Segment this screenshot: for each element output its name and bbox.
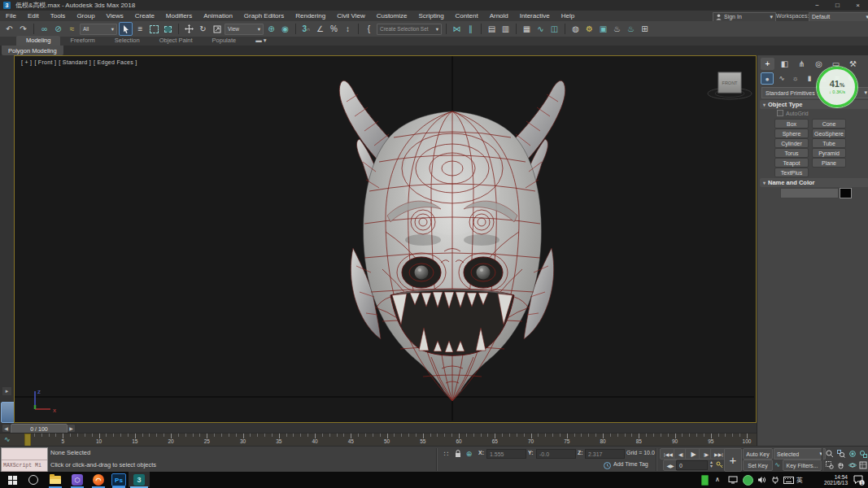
name-color-rollout-header[interactable]: ▾ Name and Color bbox=[760, 178, 868, 187]
track-bar[interactable]: ∿ 05101520253035404550556065707580859095… bbox=[0, 433, 757, 447]
selection-filter-dropdown[interactable]: All ▾ bbox=[80, 24, 117, 35]
category-shapes[interactable]: ∿ bbox=[776, 72, 787, 83]
named-selection-set-dropdown[interactable]: Create Selection Set ▾ bbox=[377, 24, 442, 35]
menu-animation[interactable]: Animation bbox=[198, 12, 238, 20]
select-link-button[interactable]: ∞ bbox=[38, 23, 50, 35]
menu-file[interactable]: File bbox=[0, 12, 22, 20]
curve-editor-button[interactable]: ∿ bbox=[534, 23, 547, 35]
close-button[interactable]: × bbox=[848, 0, 868, 11]
autogrid-checkbox[interactable]: AutoGrid bbox=[777, 110, 809, 116]
zoom-extents-button[interactable] bbox=[847, 449, 857, 459]
zoom-region-button[interactable] bbox=[824, 460, 835, 470]
time-slider-prev-button[interactable]: ◀ bbox=[2, 425, 10, 432]
render-production-button[interactable]: ♨ bbox=[611, 23, 623, 35]
undo-button[interactable]: ↶ bbox=[3, 23, 15, 35]
set-key-button[interactable]: Set Key bbox=[743, 460, 773, 471]
mirror-button[interactable]: ⋈ bbox=[451, 23, 463, 35]
pan-view-button[interactable] bbox=[835, 460, 846, 470]
maximize-viewport-toggle[interactable] bbox=[857, 460, 868, 470]
file-explorer-button[interactable] bbox=[47, 473, 63, 486]
start-button[interactable] bbox=[4, 473, 20, 486]
select-object-button[interactable] bbox=[119, 22, 133, 36]
touch-keyboard-tray-icon[interactable] bbox=[780, 473, 796, 486]
select-by-name-button[interactable]: ≡ bbox=[134, 23, 146, 35]
ribbon-tab-modeling[interactable]: Modeling bbox=[16, 36, 60, 46]
menu-interactive[interactable]: Interactive bbox=[514, 12, 556, 20]
reference-coordinate-dropdown[interactable]: View ▾ bbox=[225, 24, 264, 35]
ribbon-config-button[interactable]: ▬ ▾ bbox=[246, 36, 276, 46]
zoom-button[interactable] bbox=[824, 449, 835, 459]
viewport-menu-general[interactable]: [ + ] bbox=[21, 59, 32, 65]
material-editor-button[interactable]: ◍ bbox=[569, 23, 582, 35]
ime-indicator[interactable]: 英 bbox=[796, 476, 803, 485]
taskbar-clock[interactable]: 14:54 2021/6/13 bbox=[812, 474, 848, 486]
object-name-field[interactable] bbox=[780, 188, 839, 198]
button-plane[interactable]: Plane bbox=[812, 158, 846, 168]
redo-button[interactable]: ↷ bbox=[17, 23, 29, 35]
key-filter-selection-dropdown[interactable]: Selected ▾ bbox=[774, 448, 826, 460]
select-place-button[interactable]: ◉ bbox=[279, 23, 291, 35]
select-move-button[interactable] bbox=[183, 23, 195, 35]
restore-button[interactable]: □ bbox=[827, 0, 848, 11]
menu-customize[interactable]: Customize bbox=[371, 12, 413, 20]
button-sphere[interactable]: Sphere bbox=[774, 129, 809, 138]
search-button[interactable] bbox=[25, 473, 41, 486]
menu-content[interactable]: Content bbox=[450, 12, 484, 20]
toggle-layer-explorer-button[interactable]: ▥ bbox=[499, 23, 512, 35]
object-type-rollout-header[interactable]: ▾ Object Type bbox=[760, 100, 868, 109]
action-center-button[interactable]: 1 bbox=[851, 473, 867, 486]
ribbon-tab-freeform[interactable]: Freeform bbox=[60, 36, 104, 46]
menu-civil-view[interactable]: Civil View bbox=[331, 12, 371, 20]
button-tube[interactable]: Tube bbox=[812, 138, 846, 148]
unlink-selection-button[interactable]: ⊘ bbox=[52, 23, 64, 35]
button-teapot[interactable]: Teapot bbox=[774, 158, 809, 168]
time-slider-next-button[interactable]: ▶ bbox=[68, 425, 75, 432]
viewport-layout-grid-button[interactable]: ⊞ bbox=[639, 23, 651, 35]
3dsmax-taskbar-button[interactable]: 3 bbox=[131, 473, 147, 486]
button-torus[interactable]: Torus bbox=[774, 148, 809, 158]
listener-macro-row[interactable] bbox=[2, 448, 47, 460]
photoshop-button[interactable]: Ps bbox=[111, 473, 127, 486]
workspace-dropdown[interactable]: Default ▾ bbox=[809, 12, 868, 22]
viewport-menu-pov[interactable]: [ Front ] bbox=[34, 59, 56, 65]
object-color-swatch[interactable] bbox=[840, 188, 852, 198]
render-iterative-button[interactable]: ♨ bbox=[625, 23, 637, 35]
percent-snap-button[interactable]: % bbox=[328, 23, 340, 35]
tab-create[interactable]: + bbox=[761, 58, 774, 70]
performance-overlay-badge[interactable]: 41% ↓ 0.3K/s bbox=[817, 67, 857, 107]
viewport-menu-shading[interactable]: [ Standard ] bbox=[59, 59, 91, 65]
default-in-out-tangent-icon[interactable]: ∿ bbox=[772, 460, 783, 469]
button-pyramid[interactable]: Pyramid bbox=[812, 148, 846, 158]
demon-mask-model[interactable] bbox=[339, 81, 565, 401]
menu-edit[interactable]: Edit bbox=[22, 12, 45, 20]
button-cylinder[interactable]: Cylinder bbox=[774, 138, 809, 148]
category-geometry[interactable]: ● bbox=[761, 72, 774, 85]
window-crossing-toggle[interactable] bbox=[162, 23, 174, 35]
category-lights[interactable]: ☼ bbox=[790, 72, 801, 83]
phone-link-tray-icon[interactable] bbox=[696, 473, 713, 486]
toggle-ribbon-button[interactable]: ▦ bbox=[521, 23, 533, 35]
tab-hierarchy[interactable]: ⋔ bbox=[795, 58, 809, 70]
isolate-selection-toggle[interactable]: ∷ bbox=[441, 449, 451, 459]
ribbon-tab-populate[interactable]: Populate bbox=[203, 36, 246, 46]
orbit-button[interactable] bbox=[847, 460, 857, 470]
tray-overflow-button[interactable]: ∧ bbox=[715, 476, 720, 483]
zoom-extents-all-button[interactable] bbox=[857, 449, 868, 459]
select-scale-button[interactable] bbox=[211, 23, 223, 35]
rect-selection-region-button[interactable] bbox=[148, 23, 160, 35]
viewcube[interactable]: FRONT bbox=[708, 72, 752, 99]
use-pivot-center-button[interactable]: ⊕ bbox=[265, 23, 277, 35]
render-setup-button[interactable]: ⚙ bbox=[583, 23, 595, 35]
spinner-snap-button[interactable]: ↕ bbox=[342, 23, 354, 35]
maxscript-mini-listener[interactable]: MAXScript Mi bbox=[1, 447, 48, 473]
category-cameras[interactable]: ▮ bbox=[804, 72, 815, 83]
edit-named-selections-button[interactable]: { bbox=[363, 23, 375, 35]
button-box[interactable]: Box bbox=[774, 119, 809, 129]
y-coord-field[interactable]: -0.0 bbox=[536, 449, 576, 459]
network-tray-icon[interactable] bbox=[725, 473, 741, 486]
button-geosphere[interactable]: GeoSphere bbox=[812, 129, 846, 138]
sign-in-button[interactable]: Sign In ▾ bbox=[713, 12, 776, 22]
minimize-button[interactable]: − bbox=[807, 0, 827, 11]
polygon-modeling-tab[interactable]: Polygon Modeling bbox=[2, 46, 63, 55]
tab-modify[interactable]: ◧ bbox=[778, 58, 792, 70]
